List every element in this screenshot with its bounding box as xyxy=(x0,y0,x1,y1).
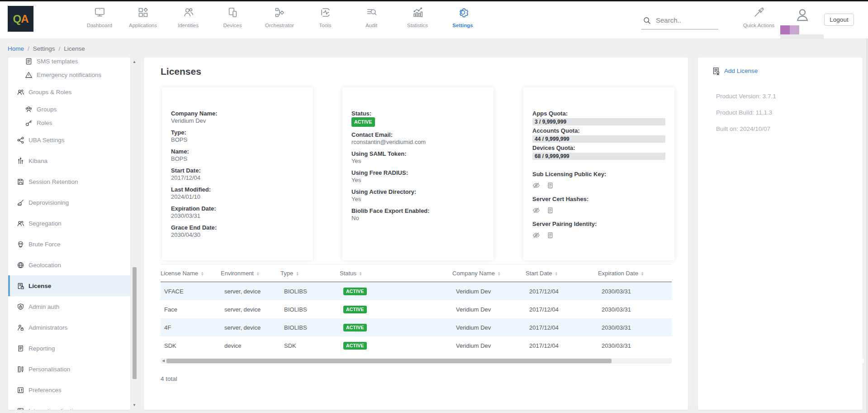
nav-item-dashboard[interactable]: Dashboard xyxy=(78,6,121,28)
search-input[interactable] xyxy=(656,16,710,24)
purple-badge-dark xyxy=(780,25,790,34)
column-header-start-date[interactable]: Start Date▲▼ xyxy=(526,270,598,277)
key-icon xyxy=(25,119,33,127)
column-header-environment[interactable]: Environment▲▼ xyxy=(221,270,280,277)
sidebar-item-uba-settings[interactable]: UBA Settings xyxy=(8,130,130,150)
eye-off-icon[interactable] xyxy=(532,206,540,214)
sidebar-item-label: SMS templates xyxy=(37,58,78,65)
sidebar-item-reporting[interactable]: Reporting xyxy=(8,338,130,359)
audit-list-search-icon xyxy=(365,6,378,19)
field-label: Expiration Date: xyxy=(171,205,304,212)
quota-label: Devices Quota: xyxy=(532,144,665,151)
sidebar-item-sms-templates[interactable]: SMS templates xyxy=(8,58,130,68)
sidebar-item-geolocation[interactable]: Geolocation xyxy=(8,255,130,275)
cell-status: ACTIVE xyxy=(340,324,452,331)
sidebar-item-preferences[interactable]: Preferences xyxy=(8,379,130,400)
column-header-status[interactable]: Status▲▼ xyxy=(340,270,452,277)
scroll-down-arrow[interactable]: ▼ xyxy=(131,403,138,408)
nav-item-applications[interactable]: Applications xyxy=(121,6,165,28)
sidebar-item-label: Session Retention xyxy=(28,178,78,185)
add-license-button[interactable]: Add License xyxy=(711,67,758,75)
eye-off-icon[interactable] xyxy=(532,231,540,239)
sidebar-item-kibana[interactable]: Kibana xyxy=(8,150,130,171)
sidebar-item-deprovisioning[interactable]: Deprovisioning xyxy=(8,192,130,213)
sidebar-item-session-retention[interactable]: Session Retention xyxy=(8,171,130,192)
cell-company-name: Veridium Dev xyxy=(452,342,526,349)
column-header-company-name[interactable]: Company Name▲▼ xyxy=(452,270,526,277)
nav-item-audit[interactable]: Audit xyxy=(350,6,393,28)
hscrollbar-thumb[interactable] xyxy=(166,359,612,363)
sidebar-item-label: Internationalization xyxy=(28,408,80,410)
nav-item-orchestrator[interactable]: Orchestrator xyxy=(258,6,301,28)
cell-company-name: Veridium Dev xyxy=(452,324,526,331)
secret-sub-licensing-public-key: Sub Licensing Public Key: xyxy=(532,171,665,189)
cell-start-date: 2017/12/04 xyxy=(526,306,598,313)
cell-expiration-date: 2030/03/31 xyxy=(598,342,672,349)
page-scrollbar-track[interactable] xyxy=(866,38,868,413)
sidebar-item-segregation[interactable]: Segregation xyxy=(8,213,130,234)
sidebar-item-roles[interactable]: Roles xyxy=(8,116,130,130)
column-header-type[interactable]: Type▲▼ xyxy=(280,270,340,277)
cell-company-name: Veridium Dev xyxy=(452,288,526,295)
table-row[interactable]: VFACE server, device BIOLIBS ACTIVE Veri… xyxy=(161,282,672,300)
copy-icon[interactable] xyxy=(546,206,554,214)
secret-label: Server Cert Hashes: xyxy=(532,196,665,202)
logout-button[interactable]: Logout xyxy=(824,14,854,26)
table-row[interactable]: 4F server, device BIOLIBS ACTIVE Veridiu… xyxy=(161,318,672,336)
nav-label: Settings xyxy=(441,23,484,28)
app-logo[interactable]: QA xyxy=(8,6,33,32)
licenses-panel: Licenses Company Name: Veridium Dev Type… xyxy=(144,58,688,410)
sort-icon: ▲▼ xyxy=(498,271,500,276)
top-bar: QA Dashboard Applications Identities Dev… xyxy=(0,0,868,38)
copy-icon[interactable] xyxy=(546,182,554,189)
sidebar-item-groups[interactable]: Groups xyxy=(8,102,130,116)
sidebar-item-internationalization[interactable]: Internationalization xyxy=(8,400,130,410)
sidebar-item-license[interactable]: License xyxy=(8,275,130,296)
status-badge: ACTIVE xyxy=(343,288,367,295)
sidebar-item-emergency-notifications[interactable]: Emergency notifications xyxy=(8,68,130,82)
quota-label: Accounts Quota: xyxy=(532,127,665,134)
sidebar-list: SMS templates Emergency notifications Gr… xyxy=(8,58,130,410)
statistics-chart-icon xyxy=(412,6,424,19)
shield-lock-icon xyxy=(17,303,24,311)
breadcrumb-home-link[interactable]: Home xyxy=(8,45,24,52)
sort-icon: ▲▼ xyxy=(555,271,558,276)
scroll-up-arrow[interactable]: ▲ xyxy=(131,59,138,65)
sidebar-item-brute-force[interactable]: Brute Force xyxy=(8,234,130,255)
quick-actions-button[interactable]: Quick Actions xyxy=(737,6,780,28)
page-title: Licenses xyxy=(161,66,201,77)
internationalization-icon xyxy=(17,407,24,410)
nav-item-identities[interactable]: Identities xyxy=(166,6,210,28)
sidebar-item-label: Administrators xyxy=(28,324,67,331)
nav-label: Dashboard xyxy=(78,23,121,28)
field-last-modified: Last Modified: 2024/01/10 xyxy=(171,186,304,201)
nav-item-devices[interactable]: Devices xyxy=(211,6,254,28)
field-label: Using SAML Token: xyxy=(351,150,484,158)
user-icon xyxy=(794,7,811,23)
logo-letter-q: Q xyxy=(13,13,21,25)
table-row[interactable]: Face server, device BIOLIBS ACTIVE Verid… xyxy=(161,300,672,318)
eye-off-icon[interactable] xyxy=(532,182,540,189)
cell-status: ACTIVE xyxy=(340,288,452,295)
sidebar-item-admin-auth[interactable]: Admin auth xyxy=(8,296,130,317)
cell-environment: server, device xyxy=(221,288,280,295)
table-row[interactable]: SDK device SDK ACTIVE Veridium Dev 2017/… xyxy=(161,336,672,355)
column-header-license-name[interactable]: License Name▲▼ xyxy=(161,270,221,277)
copy-icon[interactable] xyxy=(546,231,554,239)
scroll-left-arrow[interactable]: ◀ xyxy=(161,358,166,364)
column-header-expiration-date[interactable]: Expiration Date▲▼ xyxy=(598,270,672,277)
user-avatar[interactable] xyxy=(794,7,811,25)
quota-bar: 44 / 9,999,999 xyxy=(532,135,665,143)
field-label: Start Date: xyxy=(171,167,304,174)
sidebar-item-administrators[interactable]: Administrators xyxy=(8,317,130,338)
search-icon[interactable] xyxy=(642,16,651,25)
nav-label: Identities xyxy=(166,23,210,28)
nav-item-statistics[interactable]: Statistics xyxy=(396,6,439,28)
sidebar-item-personalisation[interactable]: Personalisation xyxy=(8,359,130,379)
nav-item-tools[interactable]: Tools xyxy=(304,6,347,28)
sidebar-item-label: Emergency notifications xyxy=(37,72,101,78)
cell-license-name: VFACE xyxy=(161,288,221,295)
scrollbar-thumb[interactable] xyxy=(133,267,137,379)
nav-item-settings[interactable]: Settings xyxy=(441,6,484,28)
sidebar-item-groups-roles[interactable]: Groups & Roles xyxy=(8,82,130,102)
